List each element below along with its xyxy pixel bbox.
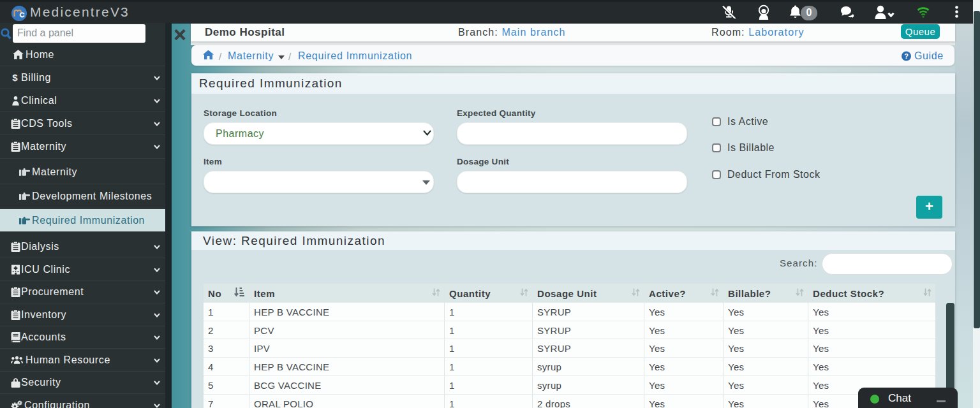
svg-text:$: $ (12, 73, 18, 83)
